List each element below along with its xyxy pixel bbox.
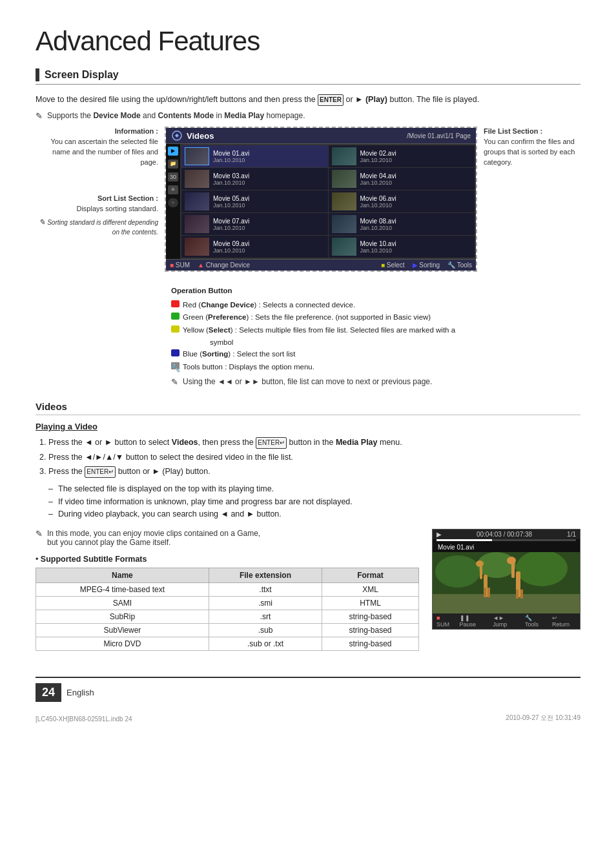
tv-file-item: Movie 09.avi Jan.10.2010 [181,236,328,258]
sort-icon-1: ▶ [168,147,178,156]
thumb-3 [185,170,209,188]
vp-play-icon: ▶ [436,531,442,538]
cell-format: string-based [322,637,419,650]
yellow-color-box [171,325,180,333]
thumb-9 [185,238,209,256]
file-info-7: Movie 07.avi Jan.10.2010 [213,218,249,231]
dash-list: The selected file is displayed on the to… [36,483,580,520]
vp-video-area [433,552,580,613]
tv-file-grid: Movie 01.avi Jan.10.2010 Movie 02.avi Ja… [180,144,476,259]
cell-ext: .ttxt [209,582,322,596]
step-1: Press the ◄ or ► button to select Videos… [48,437,580,449]
subtitle-section: • Supported Subtitle Formats Name File e… [36,555,419,651]
vp-header: ▶ 00:04:03 / 00:07:38 1/1 [433,529,580,539]
tv-file-item: Movie 06.avi Jan.10.2010 [329,190,475,212]
tv-file-item: Movie 01.avi Jan.10.2010 [181,145,328,167]
vp-footer-return: ↩ Return [552,615,576,628]
table-row: SAMI .smi HTML [36,596,419,610]
op-green: Green (Preference) : Sets the file prefe… [171,311,580,323]
cell-ext: .smi [209,596,322,610]
step-3: Press the ENTER↵ button or ► (Play) butt… [48,466,580,478]
sort-annotation: Sort List Section : Displays sorting sta… [36,194,158,238]
steps-list: Press the ◄ or ► button to select Videos… [36,437,580,478]
file-info-4: Movie 04.avi Jan.10.2010 [360,172,396,186]
page-title: Advanced Features [36,26,580,57]
intro-note: Supports the Device Mode and Contents Mo… [36,111,580,120]
cell-name: MPEG-4 time-based text [36,582,209,596]
heading-bar [36,68,39,81]
tv-file-item: Movie 07.avi Jan.10.2010 [181,213,328,235]
cell-format: HTML [322,596,419,610]
thumb-8 [332,215,356,233]
video-player: ▶ 00:04:03 / 00:07:38 1/1 Movie 01.avi [432,529,580,651]
subtitle-table: Name File extension Format MPEG-4 time-b… [36,568,419,651]
vp-footer-pause: ❚❚ Pause [460,615,488,628]
vp-footer-jump: ◄► Jump [493,615,520,628]
svg-point-13 [507,557,516,564]
dash-3: During video playback, you can search us… [58,508,580,520]
page-number: 24 [36,683,61,702]
footer-sorting: ▶ Sorting [413,262,440,269]
file-list-annotation: File List Section : You can confirm the … [484,127,580,168]
file-info-5: Movie 05.avi Jan.10.2010 [213,195,249,209]
cell-ext: .sub or .txt [209,637,322,650]
left-annotations: Information : You can ascertain the sele… [36,127,165,272]
videos-section: Videos Playing a Video Press the ◄ or ► … [36,401,580,650]
tv-content: ▶ 📁 30 ≡ ○ Movie 01.a [166,144,476,259]
tv-screen: Videos /Movie 01.avi 1/1 Page ▶ 📁 30 ≡ ○ [165,127,477,272]
col-ext: File extension [209,568,322,582]
footer-date: 2010-09-27 오전 10:31:49 [506,714,580,723]
op-yellow-extra: symbol [171,336,580,348]
videos-left-col: In this mode, you can enjoy movie clips … [36,529,419,651]
cell-format: XML [322,582,419,596]
cell-format: string-based [322,610,419,623]
cell-name: SubRip [36,610,209,623]
tv-header-icon [171,130,183,141]
page: Advanced Features Screen Display Move to… [0,0,616,728]
op-tools-text: Tools button : Displays the option menu. [183,361,314,373]
videos-bottom: In this mode, you can enjoy movie clips … [36,529,580,651]
step-2: Press the ◄/►/▲/▼ button to select the d… [48,451,580,464]
vp-footer-tools: 🔧 Tools [525,615,547,628]
page-lang: English [67,688,94,697]
svg-rect-9 [484,588,486,597]
tv-footer: ■ SUM ▲ Change Device ■ Select ▶ Sorting… [166,259,476,271]
thumb-5 [185,192,209,211]
file-info-8: Movie 08.avi Jan.10.2010 [360,218,396,231]
tv-file-item: Movie 02.avi Jan.10.2010 [329,145,475,167]
op-yellow: Yellow (Select) : Selects multiple files… [171,324,580,336]
file-info-10: Movie 10.avi Jan.10.2010 [360,240,396,254]
footer-file: [LC450-XH]BN68-02591L.indb 24 [36,715,132,723]
videos-heading: Videos [36,401,580,415]
svg-rect-7 [480,565,482,579]
svg-rect-10 [488,588,490,597]
tv-file-item: Movie 04.avi Jan.10.2010 [329,168,475,190]
footer-select: ■ Select [381,262,405,269]
col-format: Format [322,568,419,582]
red-color-box [171,300,180,307]
thumb-6 [332,192,356,211]
thumb-1 [185,147,209,165]
table-row: SubViewer .sub string-based [36,623,419,637]
cell-name: SAMI [36,596,209,610]
op-tools: 🔧 Tools button : Displays the option men… [171,361,580,373]
tv-file-item: Movie 03.avi Jan.10.2010 [181,168,328,190]
tv-header: Videos /Movie 01.avi 1/1 Page [166,128,476,144]
op-yellow-text: Yellow (Select) : Selects multiple files… [183,324,455,336]
file-info-6: Movie 06.avi Jan.10.2010 [360,195,396,209]
subtitle-heading: • Supported Subtitle Formats [36,555,419,564]
right-annotations: File List Section : You can confirm the … [477,127,580,272]
green-color-box [171,313,180,320]
playing-video-heading: Playing a Video [36,422,580,431]
game-note: In this mode, you can enjoy movie clips … [36,529,419,547]
cell-name: SubViewer [36,623,209,637]
blue-color-box [171,349,180,356]
cell-ext: .srt [209,610,322,623]
info-annotation: Information : You can ascertain the sele… [36,127,158,168]
col-name: Name [36,568,209,582]
sort-icon-5: ○ [168,198,178,207]
footer-sum: ■ SUM [170,262,190,269]
table-row: SubRip .srt string-based [36,610,419,623]
section-heading-text: Screen Display [45,69,119,81]
file-info-3: Movie 03.avi Jan.10.2010 [213,172,249,186]
